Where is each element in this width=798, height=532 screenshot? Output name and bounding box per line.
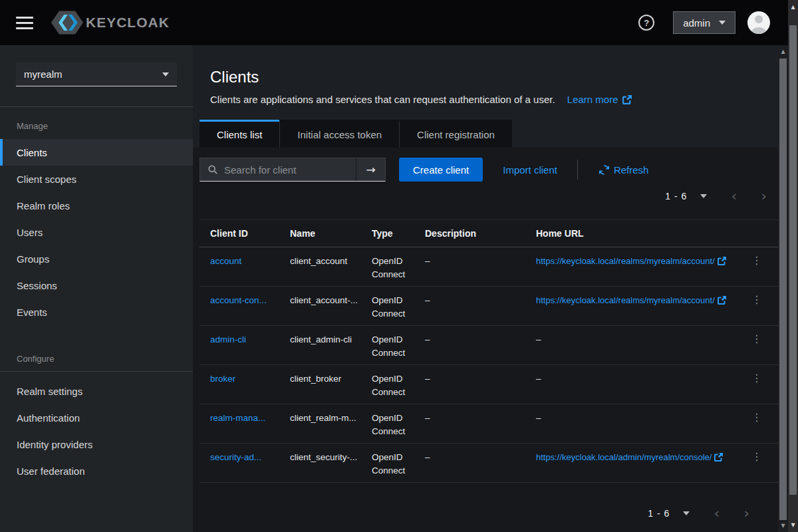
client-type-cell: OpenID Connect	[361, 444, 414, 483]
kebab-menu-button[interactable]: ⋮	[745, 255, 762, 265]
caret-down-icon[interactable]	[683, 511, 690, 515]
caret-down-icon	[162, 72, 169, 76]
caret-down-icon[interactable]	[700, 194, 707, 198]
tab-initial-access-token[interactable]: Initial access token	[279, 120, 399, 148]
refresh-button[interactable]: Refresh	[595, 164, 653, 176]
client-description-cell: –	[414, 287, 525, 326]
nav-section-manage: Manage	[0, 121, 193, 132]
sidebar-item-events[interactable]: Events	[0, 299, 193, 325]
search-input[interactable]	[217, 158, 356, 181]
learn-more-link[interactable]: Learn more	[567, 94, 632, 105]
sidebar-item-realm-settings[interactable]: Realm settings	[0, 378, 193, 404]
client-id-link[interactable]: realm-mana...	[210, 413, 265, 423]
sidebar-item-groups[interactable]: Groups	[0, 245, 193, 272]
scrollbar-thumb[interactable]	[789, 25, 797, 495]
masthead: KEYCLOAK ? admin	[0, 0, 798, 45]
page-title: Clients	[210, 68, 761, 86]
kebab-menu-button[interactable]: ⋮	[745, 333, 762, 344]
home-url-link[interactable]: https://keycloak.local/admin/myrealm/con…	[536, 452, 712, 462]
client-type-cell: OpenID Connect	[361, 365, 414, 404]
scroll-down-icon[interactable]: ▼	[778, 523, 788, 529]
keycloak-logo-icon	[51, 10, 84, 35]
scroll-up-icon[interactable]: ▲	[788, 4, 798, 10]
realm-name: myrealm	[24, 68, 63, 80]
home-url-empty: –	[536, 334, 541, 344]
client-id-link[interactable]: broker	[210, 374, 235, 384]
pagination-bottom: 1 - 6 ‹ ›	[193, 505, 788, 521]
avatar[interactable]	[747, 11, 770, 34]
nav-section-configure: Configure	[0, 354, 193, 364]
sidebar-item-sessions[interactable]: Sessions	[0, 272, 193, 299]
client-description-cell: –	[414, 365, 525, 404]
table-header-row: Client ID Name Type Description Home URL	[200, 220, 778, 247]
search-icon	[200, 158, 217, 181]
sidebar: myrealm Manage Clients Client scopes Rea…	[0, 45, 193, 532]
page-scrollbar: ▲ ▼	[788, 0, 798, 532]
page-description: Clients are applications and services th…	[210, 94, 761, 105]
client-name-cell: client_realm-m...	[279, 404, 361, 444]
column-header-client-id: Client ID	[200, 220, 279, 247]
masthead-right: ? admin	[638, 11, 770, 34]
client-id-link[interactable]: security-ad...	[210, 452, 261, 462]
sidebar-item-realm-roles[interactable]: Realm roles	[0, 192, 193, 219]
kebab-menu-button[interactable]: ⋮	[745, 412, 762, 422]
realm-selector[interactable]: myrealm	[16, 63, 177, 86]
sidebar-item-client-scopes[interactable]: Client scopes	[0, 166, 193, 192]
pagination-next-button[interactable]: ›	[743, 506, 749, 521]
column-header-actions	[735, 220, 778, 247]
table-row-security-ad: security-ad... client_security-... OpenI…	[200, 444, 778, 483]
nav-list-manage: Clients Client scopes Realm roles Users …	[0, 139, 193, 325]
sidebar-item-identity-providers[interactable]: Identity providers	[0, 431, 193, 458]
sidebar-item-clients[interactable]: Clients	[0, 139, 193, 166]
client-id-link[interactable]: account	[210, 256, 241, 266]
client-description-cell: –	[414, 247, 525, 287]
client-type-cell: OpenID Connect	[361, 247, 414, 287]
scroll-up-icon[interactable]: ▲	[778, 49, 788, 55]
import-client-link[interactable]: Import client	[503, 164, 557, 176]
pagination-prev-button[interactable]: ‹	[714, 506, 720, 521]
pagination-top: 1 - 6 ‹ ›	[193, 188, 788, 204]
home-url-link[interactable]: https://keycloak.local/realms/myrealm/ac…	[536, 256, 715, 266]
external-link-icon	[622, 95, 632, 104]
client-id-link[interactable]: admin-cli	[210, 334, 246, 344]
page-header: Clients Clients are applications and ser…	[193, 45, 788, 148]
column-header-description: Description	[414, 220, 525, 247]
client-description-cell: –	[414, 444, 525, 483]
home-url-empty: –	[536, 374, 541, 384]
hamburger-menu-button[interactable]	[16, 17, 33, 29]
toolbar-divider	[577, 160, 578, 180]
scroll-down-icon[interactable]: ▼	[788, 522, 798, 528]
tab-clients-list[interactable]: Clients list	[200, 120, 279, 148]
help-icon[interactable]: ?	[638, 15, 654, 31]
table-row-admin-cli: admin-cli client_admin-cli OpenID Connec…	[200, 326, 778, 365]
user-menu-dropdown[interactable]: admin	[673, 11, 735, 34]
client-description-cell: –	[414, 404, 525, 444]
kebab-menu-button[interactable]: ⋮	[745, 294, 762, 305]
client-id-link[interactable]: account-con...	[210, 295, 267, 305]
tab-client-registration[interactable]: Client registration	[399, 120, 512, 148]
home-url-link[interactable]: https://keycloak.local/realms/myrealm/ac…	[536, 295, 715, 305]
kebab-menu-button[interactable]: ⋮	[745, 372, 762, 383]
pagination-next-button[interactable]: ›	[761, 189, 767, 203]
avatar-body	[751, 27, 766, 34]
scrollbar-thumb[interactable]	[779, 59, 787, 520]
table-row-broker: broker client_broker OpenID Connect – – …	[200, 365, 778, 404]
toolbar: → Create client Import client Refresh	[193, 148, 788, 182]
create-client-button[interactable]: Create client	[399, 158, 483, 182]
pagination-range: 1 - 6	[648, 508, 670, 519]
column-header-home-url: Home URL	[525, 220, 735, 247]
client-name-cell: client_security-...	[279, 444, 361, 483]
client-type-cell: OpenID Connect	[361, 404, 414, 444]
client-description-cell: –	[414, 326, 525, 365]
sidebar-item-user-federation[interactable]: User federation	[0, 458, 193, 484]
table-row-account-con: account-con... client_account-... OpenID…	[200, 287, 778, 326]
sidebar-item-users[interactable]: Users	[0, 219, 193, 245]
column-header-name: Name	[279, 220, 361, 247]
search-submit-button[interactable]: →	[356, 158, 385, 181]
refresh-icon	[599, 165, 609, 175]
kebab-menu-button[interactable]: ⋮	[745, 451, 762, 462]
nav-list-configure: Realm settings Authentication Identity p…	[0, 378, 193, 484]
sidebar-item-authentication[interactable]: Authentication	[0, 404, 193, 431]
avatar-head	[755, 15, 763, 23]
pagination-prev-button[interactable]: ‹	[731, 189, 737, 203]
